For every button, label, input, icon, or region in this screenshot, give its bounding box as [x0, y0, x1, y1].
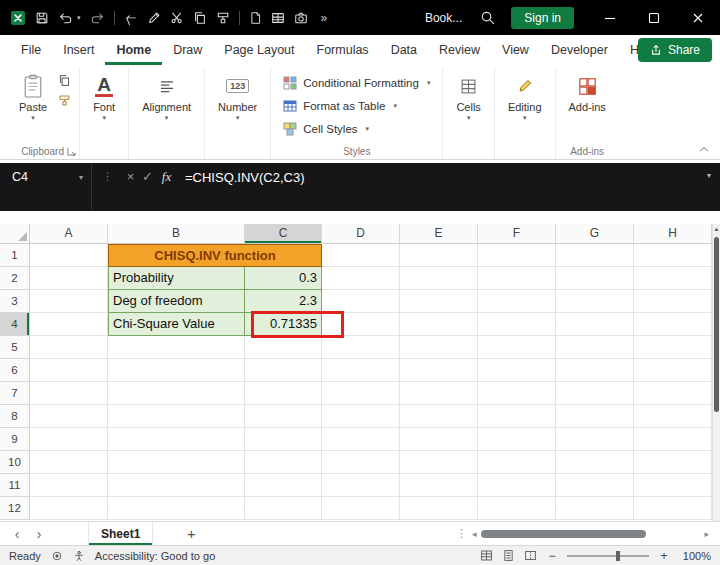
column-header-A[interactable]: A [30, 224, 108, 244]
cell-G3[interactable] [556, 290, 634, 313]
name-box-dropdown-icon[interactable]: ▾ [79, 173, 83, 182]
cell-styles-button[interactable]: Cell Styles ▾ [279, 119, 434, 139]
hscroll-left-icon[interactable]: ◂ [472, 529, 477, 539]
column-header-D[interactable]: D [322, 224, 400, 244]
cell-B11[interactable] [108, 474, 245, 497]
select-all-button[interactable] [0, 224, 30, 244]
row-header-12[interactable]: 12 [0, 497, 30, 520]
row-header-11[interactable]: 11 [0, 474, 30, 497]
cell-D5[interactable] [322, 336, 400, 359]
cell-E1[interactable] [400, 244, 478, 267]
macro-record-icon[interactable] [51, 550, 63, 562]
cell-A11[interactable] [30, 474, 108, 497]
collapse-ribbon-button[interactable] [698, 144, 710, 154]
cell-D3[interactable] [322, 290, 400, 313]
cell-B7[interactable] [108, 382, 245, 405]
cell-D12[interactable] [322, 497, 400, 520]
cell-G12[interactable] [556, 497, 634, 520]
vertical-scroll-thumb[interactable] [714, 237, 719, 412]
formula-input[interactable]: =CHISQ.INV(C2,C3) [175, 170, 703, 185]
cell-G2[interactable] [556, 267, 634, 290]
qat-overflow-icon[interactable]: » [321, 11, 328, 25]
cell-H4[interactable] [634, 313, 712, 336]
cell-F11[interactable] [478, 474, 556, 497]
formula-bar-handle-icon[interactable]: ⋮ [102, 170, 113, 183]
share-button[interactable]: Share [638, 38, 712, 62]
cell-A8[interactable] [30, 405, 108, 428]
cell-B5[interactable] [108, 336, 245, 359]
zoom-out-button[interactable]: − [546, 549, 558, 563]
cell-E6[interactable] [400, 359, 478, 382]
vertical-scrollbar[interactable]: ▴ [712, 224, 720, 521]
cell-E7[interactable] [400, 382, 478, 405]
save-button[interactable] [35, 11, 49, 25]
addins-button[interactable]: Add-ins [564, 69, 611, 113]
pen-button[interactable] [147, 11, 161, 25]
tabbar-handle-icon[interactable]: ⋮ [456, 527, 467, 540]
tab-developer[interactable]: Developer [540, 35, 619, 65]
cell-C8[interactable] [245, 405, 322, 428]
cell-F7[interactable] [478, 382, 556, 405]
cell-F9[interactable] [478, 428, 556, 451]
cell-F6[interactable] [478, 359, 556, 382]
cell-G11[interactable] [556, 474, 634, 497]
table-button[interactable] [271, 11, 285, 25]
zoom-in-button[interactable]: + [658, 549, 670, 563]
cell-G5[interactable] [556, 336, 634, 359]
cell-A6[interactable] [30, 359, 108, 382]
cell-C6[interactable] [245, 359, 322, 382]
tab-file[interactable]: File [10, 35, 52, 65]
cell-A3[interactable] [30, 290, 108, 313]
paste-button[interactable]: Paste ▾ [14, 69, 52, 122]
zoom-percentage[interactable]: 100% [679, 550, 711, 562]
status-mode[interactable]: Ready [9, 550, 41, 562]
cell-F5[interactable] [478, 336, 556, 359]
row-header-7[interactable]: 7 [0, 382, 30, 405]
row-header-3[interactable]: 3 [0, 290, 30, 313]
cell-A1[interactable] [30, 244, 108, 267]
column-header-H[interactable]: H [634, 224, 712, 244]
copy-qat-button[interactable] [193, 11, 207, 25]
cell-C10[interactable] [245, 451, 322, 474]
cell-E8[interactable] [400, 405, 478, 428]
back-button[interactable] [124, 11, 138, 25]
sheet-next-button[interactable]: › [28, 526, 50, 542]
cell-A2[interactable] [30, 267, 108, 290]
cell-H9[interactable] [634, 428, 712, 451]
cell-B3[interactable]: Deg of freedom [108, 290, 245, 313]
cell-H10[interactable] [634, 451, 712, 474]
cell-F2[interactable] [478, 267, 556, 290]
cell-D2[interactable] [322, 267, 400, 290]
cell-D1[interactable] [322, 244, 400, 267]
cell-H11[interactable] [634, 474, 712, 497]
row-header-5[interactable]: 5 [0, 336, 30, 359]
cell-G8[interactable] [556, 405, 634, 428]
page-layout-view-button[interactable] [502, 549, 515, 562]
format-painter-small-button[interactable] [58, 94, 71, 107]
cell-E4[interactable] [400, 313, 478, 336]
cell-B8[interactable] [108, 405, 245, 428]
tab-formulas[interactable]: Formulas [306, 35, 380, 65]
cell-G9[interactable] [556, 428, 634, 451]
number-button[interactable]: 123 Number ▾ [213, 69, 262, 122]
cell-A12[interactable] [30, 497, 108, 520]
format-painter-button[interactable] [216, 11, 230, 25]
row-header-6[interactable]: 6 [0, 359, 30, 382]
cell-H12[interactable] [634, 497, 712, 520]
cell-F3[interactable] [478, 290, 556, 313]
redo-button[interactable] [90, 11, 105, 25]
cell-H8[interactable] [634, 405, 712, 428]
font-button[interactable]: A Font ▾ [88, 69, 120, 122]
editing-button[interactable]: Editing ▾ [503, 69, 547, 122]
cell-A9[interactable] [30, 428, 108, 451]
cell-B4[interactable]: Chi-Square Value [108, 313, 245, 336]
accessibility-status[interactable]: Accessibility: Good to go [95, 550, 215, 562]
maximize-button[interactable] [632, 0, 676, 35]
column-header-F[interactable]: F [478, 224, 556, 244]
close-button[interactable] [676, 0, 720, 35]
name-box[interactable]: C4 ▾ [0, 163, 92, 211]
cell-E11[interactable] [400, 474, 478, 497]
row-header-9[interactable]: 9 [0, 428, 30, 451]
cell-B12[interactable] [108, 497, 245, 520]
cell-H6[interactable] [634, 359, 712, 382]
